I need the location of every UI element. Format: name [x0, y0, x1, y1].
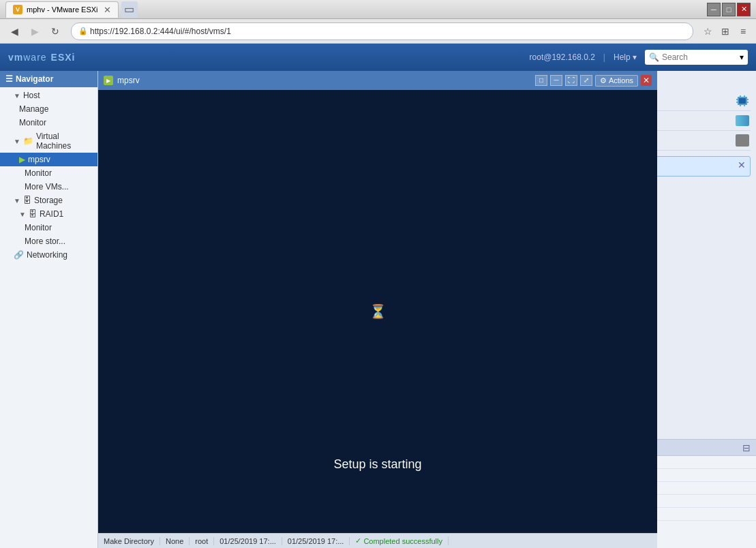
svg-rect-1 [736, 99, 738, 100]
console-maximize-button[interactable]: ⛶ [565, 75, 577, 86]
mpsrv-vm-icon: ▶ [19, 155, 25, 164]
header-right: root@192.168.0.2 | Help ▾ 🔍 ▾ [530, 50, 748, 65]
back-button[interactable]: ◀ [5, 22, 23, 40]
setup-text: Setup is starting [333, 457, 421, 472]
console-statusbar: Make Directory None root 01/25/2019 17:.… [98, 533, 657, 548]
console-window: ▶ mpsrv □ ─ ⛶ ⤢ ⚙ Actions ✕ ⏳ Setup is s… [98, 71, 657, 548]
console-titlebar: ▶ mpsrv □ ─ ⛶ ⤢ ⚙ Actions ✕ [98, 71, 657, 90]
storage-expand-icon: ▼ [14, 197, 20, 204]
new-tab-button[interactable]: ▭ [121, 1, 138, 18]
status-target: None [160, 537, 190, 545]
storage-icon [734, 134, 751, 147]
status-operation: Make Directory [98, 537, 160, 545]
reload-button[interactable]: ↻ [46, 22, 64, 40]
sidebar-item-mpsrv[interactable]: ▶ mpsrv [0, 153, 97, 166]
status-initiator: root [190, 537, 214, 545]
minimize-button[interactable]: ─ [707, 3, 721, 16]
console-screen[interactable]: ⏳ Setup is starting [98, 90, 657, 533]
sidebar-item-host[interactable]: ▼ Host [0, 89, 97, 102]
svg-rect-6 [744, 95, 745, 97]
tab-close-button[interactable]: ✕ [104, 5, 111, 15]
manage-label: Manage [19, 104, 48, 114]
host-label: Host [23, 91, 40, 100]
tasks-collapse-button[interactable]: ⊟ [742, 442, 751, 453]
logo-vm: vm [8, 52, 23, 63]
sidebar-item-raid1[interactable]: ▼ 🗄 RAID1 [0, 207, 97, 221]
user-info[interactable]: root@192.168.0.2 [530, 52, 595, 62]
sidebar-item-vm-monitor[interactable]: Monitor [0, 166, 97, 180]
status-start-time: 01/25/2019 17:... [214, 537, 282, 545]
sidebar: ☰ Navigator ▼ Host Manage Monitor ▼ 📁 Vi… [0, 71, 98, 548]
vm-monitor-label: Monitor [25, 168, 52, 178]
close-button[interactable]: ✕ [737, 3, 751, 16]
svg-rect-3 [747, 99, 749, 100]
console-fullscreen-button[interactable]: ⤢ [580, 75, 592, 86]
sidebar-header: ☰ Navigator [0, 71, 97, 87]
storage-monitor-label: Monitor [25, 223, 52, 232]
help-button[interactable]: Help ▾ [614, 52, 637, 62]
sidebar-item-more-vms[interactable]: More VMs... [0, 180, 97, 194]
header-divider: | [603, 52, 605, 62]
search-dropdown-icon[interactable]: ▾ [740, 52, 744, 62]
sidebar-item-monitor[interactable]: Monitor [0, 116, 97, 130]
address-bar[interactable]: 🔒 https://192.168.0.2:444/ui/#/host/vms/… [71, 22, 693, 40]
storage-icon: 🗄 [23, 196, 31, 205]
svg-rect-5 [740, 95, 741, 97]
sidebar-item-storage-monitor[interactable]: Monitor [0, 221, 97, 234]
console-actions-label: Actions [609, 76, 633, 85]
mpsrv-label: mpsrv [28, 155, 50, 164]
extensions-button[interactable]: ⊞ [718, 24, 733, 39]
networking-label: Networking [27, 250, 67, 260]
svg-rect-4 [747, 102, 749, 103]
navigator-icon: ☰ [5, 74, 13, 84]
content-area: ▶ mpsrv □ ─ ⛶ ⤢ ⚙ Actions ✕ ⏳ Setup is s… [98, 71, 756, 548]
sidebar-item-virtual-machines[interactable]: ▼ 📁 Virtual Machines [0, 130, 97, 153]
sidebar-item-more-storage[interactable]: More stor... [0, 234, 97, 248]
raid1-expand-icon: ▼ [19, 211, 26, 218]
status-end-time: 01/25/2019 17:... [282, 537, 350, 545]
sidebar-item-networking[interactable]: 🔗 Networking [0, 248, 97, 262]
main-layout: ☰ Navigator ▼ Host Manage Monitor ▼ 📁 Vi… [0, 71, 756, 548]
storage-label: Storage [34, 196, 63, 205]
memory-icon [734, 114, 751, 127]
console-close-button[interactable]: ✕ [641, 75, 652, 86]
status-text: Completed successfully [363, 537, 442, 545]
sidebar-item-storage[interactable]: ▼ 🗄 Storage [0, 194, 97, 207]
svg-rect-9 [739, 98, 746, 104]
window-controls: ─ □ ✕ [707, 3, 751, 16]
search-icon: 🔍 [649, 52, 659, 62]
console-vm-icon: ▶ [104, 76, 113, 85]
cpu-icon [734, 94, 751, 108]
search-box: 🔍 ▾ [645, 50, 748, 65]
sidebar-title: Navigator [16, 74, 53, 84]
console-actions-button[interactable]: ⚙ Actions [595, 75, 638, 87]
search-input[interactable] [662, 52, 737, 62]
bookmark-button[interactable]: ☆ [700, 24, 715, 39]
status-completed: ✓ Completed successfully [350, 536, 449, 545]
svg-rect-2 [736, 102, 738, 103]
menu-button[interactable]: ≡ [736, 24, 751, 39]
address-text: https://192.168.0.2:444/ui/#/host/vms/1 [90, 27, 231, 36]
svg-rect-7 [740, 105, 741, 106]
maximize-button[interactable]: □ [722, 3, 736, 16]
host-expand-icon: ▼ [14, 92, 20, 100]
logo-esxi: ESXi [51, 52, 76, 63]
browser-titlebar: V mphv - VMware ESXi ✕ ▭ ─ □ ✕ [0, 0, 756, 19]
console-restore-button[interactable]: □ [535, 75, 547, 86]
vmware-logo: vmwareESXi [8, 52, 530, 63]
forward-button[interactable]: ▶ [26, 22, 44, 40]
host-monitor-label: Monitor [19, 118, 46, 127]
console-controls: □ ─ ⛶ ⤢ ⚙ Actions ✕ [535, 75, 652, 87]
sidebar-item-manage[interactable]: Manage [0, 102, 97, 116]
vm-folder-icon: 📁 [23, 136, 33, 146]
notification-close-button[interactable]: ✕ [738, 159, 746, 170]
vmware-header: vmwareESXi root@192.168.0.2 | Help ▾ 🔍 ▾ [0, 44, 756, 71]
sidebar-section: ▼ Host Manage Monitor ▼ 📁 Virtual Machin… [0, 87, 97, 263]
console-minimize-button[interactable]: ─ [550, 75, 562, 86]
raid1-label: RAID1 [40, 209, 63, 219]
actions-gear-icon: ⚙ [600, 76, 607, 85]
networking-icon: 🔗 [14, 250, 24, 260]
browser-tab[interactable]: V mphv - VMware ESXi ✕ [5, 1, 119, 18]
logo-ware: ware [23, 52, 46, 63]
hourglass-icon: ⏳ [369, 303, 387, 320]
